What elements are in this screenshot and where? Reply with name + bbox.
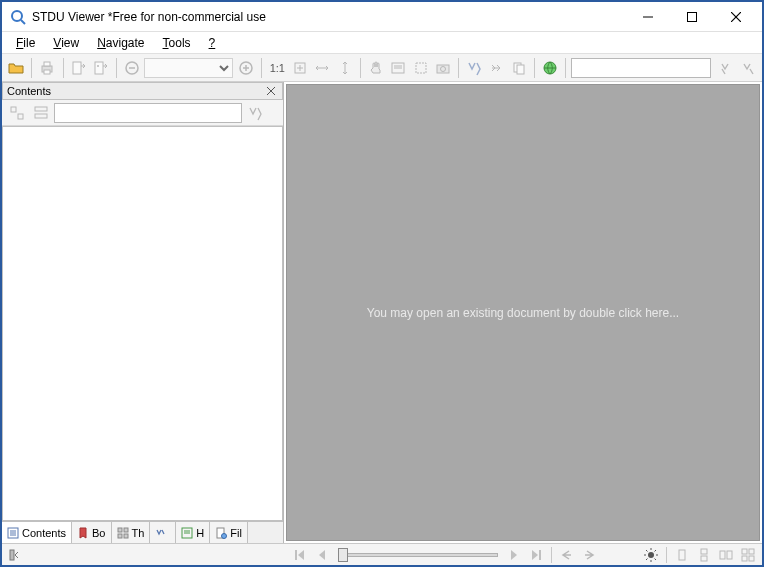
export-text-button[interactable] [69, 57, 89, 79]
toolbar-sep [116, 58, 117, 78]
tab-thumbnails[interactable]: Th [112, 522, 151, 543]
view-placeholder: You may open an existing document by dou… [367, 306, 679, 320]
select-region-button[interactable] [411, 57, 431, 79]
single-page-button[interactable] [672, 546, 692, 564]
contents-search-button[interactable] [244, 102, 266, 124]
find-next-button[interactable] [487, 57, 507, 79]
svg-rect-46 [10, 550, 14, 560]
svg-rect-38 [124, 528, 128, 532]
panel-header: Contents [2, 82, 283, 100]
menu-view[interactable]: View [45, 34, 87, 52]
menu-navigate[interactable]: Navigate [89, 34, 152, 52]
svg-rect-66 [749, 556, 754, 561]
search-input[interactable] [571, 58, 711, 78]
tab-highlights[interactable]: H [176, 522, 210, 543]
svg-point-0 [12, 11, 22, 21]
panel-tabs: Contents Bo Th H Fil [2, 521, 283, 543]
actual-size-label: 1:1 [267, 62, 288, 74]
tab-thumbnails-label: Th [132, 527, 145, 539]
tab-search[interactable] [150, 522, 176, 543]
menu-file[interactable]: File [8, 34, 43, 52]
contents-tree[interactable] [2, 126, 283, 521]
menu-tools[interactable]: Tools [155, 34, 199, 52]
search-prev-button[interactable] [715, 57, 735, 79]
svg-rect-64 [749, 549, 754, 554]
select-text-button[interactable] [388, 57, 408, 79]
svg-rect-21 [416, 63, 426, 73]
svg-rect-65 [742, 556, 747, 561]
svg-rect-59 [701, 549, 707, 554]
svg-point-11 [97, 65, 99, 67]
contents-filter-input[interactable] [54, 103, 242, 123]
fit-height-button[interactable] [335, 57, 355, 79]
nav-back-button[interactable] [557, 546, 577, 564]
menu-help[interactable]: ? [201, 34, 224, 52]
maximize-button[interactable] [670, 3, 714, 31]
svg-rect-29 [11, 107, 16, 112]
expand-all-button[interactable] [6, 102, 28, 124]
toolbar-sep [261, 58, 262, 78]
search-next-button[interactable] [738, 57, 758, 79]
svg-line-55 [655, 558, 657, 560]
sidebar: Contents Contents Bo [2, 82, 284, 543]
main-area: Contents Contents Bo [2, 82, 762, 543]
zoom-in-button[interactable] [235, 57, 255, 79]
panel-close-button[interactable] [264, 84, 278, 98]
first-page-button[interactable] [290, 546, 310, 564]
panel-toolbar [2, 100, 283, 126]
thumbnails-icon [117, 527, 129, 539]
continuous-facing-button[interactable] [738, 546, 758, 564]
svg-line-57 [655, 550, 657, 552]
tab-contents[interactable]: Contents [2, 522, 72, 543]
toolbar-sep [534, 58, 535, 78]
svg-rect-31 [35, 107, 47, 111]
toolbar-sep [31, 58, 32, 78]
svg-rect-39 [118, 534, 122, 538]
snapshot-button[interactable] [433, 57, 453, 79]
zoom-combo[interactable] [144, 58, 233, 78]
page-slider[interactable] [338, 547, 498, 563]
bookmark-icon [77, 527, 89, 539]
svg-point-45 [222, 533, 227, 538]
minimize-button[interactable] [626, 3, 670, 31]
nav-forward-button[interactable] [579, 546, 599, 564]
toggle-sidebar-button[interactable] [6, 546, 26, 564]
tab-files[interactable]: Fil [210, 522, 248, 543]
export-image-button[interactable] [91, 57, 111, 79]
svg-rect-60 [701, 556, 707, 561]
zoom-out-button[interactable] [122, 57, 142, 79]
svg-rect-3 [688, 12, 697, 21]
print-button[interactable] [37, 57, 57, 79]
svg-rect-62 [727, 551, 732, 559]
document-view[interactable]: You may open an existing document by dou… [286, 84, 760, 541]
copy-button[interactable] [509, 57, 529, 79]
slider-thumb-icon[interactable] [338, 548, 348, 562]
svg-rect-32 [35, 114, 47, 118]
tab-highlights-label: H [196, 527, 204, 539]
fit-width-button[interactable] [312, 57, 332, 79]
facing-page-button[interactable] [716, 546, 736, 564]
fit-page-button[interactable] [290, 57, 310, 79]
svg-rect-9 [73, 62, 81, 74]
window-title: STDU Viewer *Free for non-commercial use [32, 10, 626, 24]
next-page-button[interactable] [504, 546, 524, 564]
svg-rect-10 [95, 62, 103, 74]
svg-rect-40 [124, 534, 128, 538]
hand-tool-button[interactable] [366, 57, 386, 79]
status-sep [551, 547, 552, 563]
close-button[interactable] [714, 3, 758, 31]
continuous-page-button[interactable] [694, 546, 714, 564]
browser-button[interactable] [540, 57, 560, 79]
svg-point-49 [648, 552, 654, 558]
last-page-button[interactable] [526, 546, 546, 564]
panel-title: Contents [7, 85, 264, 97]
find-button[interactable] [464, 57, 484, 79]
collapse-all-button[interactable] [30, 102, 52, 124]
svg-rect-61 [720, 551, 725, 559]
titlebar: STDU Viewer *Free for non-commercial use [2, 2, 762, 32]
tab-bookmarks[interactable]: Bo [72, 522, 111, 543]
svg-rect-7 [44, 62, 50, 66]
open-button[interactable] [6, 57, 26, 79]
brightness-button[interactable] [641, 546, 661, 564]
prev-page-button[interactable] [312, 546, 332, 564]
